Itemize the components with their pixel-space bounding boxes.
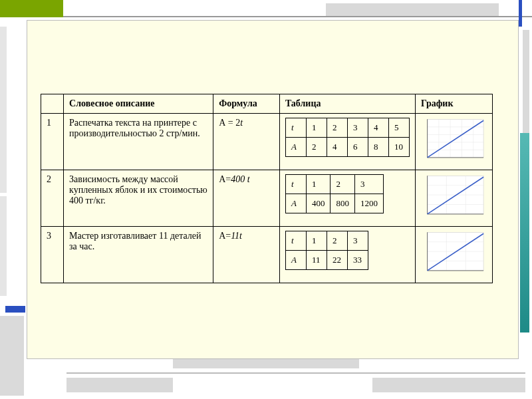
left-strip-1 (0, 27, 7, 193)
vert-teal (520, 133, 529, 332)
inner-table-2: t 1 2 3 A 400 800 1200 (285, 174, 384, 213)
left-blue-tick (5, 306, 25, 313)
header-formula: Формула (213, 94, 280, 114)
bottom-bar-2 (66, 378, 173, 392)
line-chart-icon (421, 118, 485, 163)
row-formula: А = 2t (213, 114, 280, 170)
row-desc: Распечатка текста на принтере с производ… (64, 114, 213, 170)
row-desc: Зависимость между массой купленных яблок… (64, 170, 213, 227)
header-num (41, 94, 64, 114)
table-row: 3 Мастер изготавливает 11 деталей за час… (41, 227, 493, 283)
top-line (63, 16, 532, 17)
vert-gray-right (523, 30, 529, 143)
slide-body: Словесное описание Формула Таблица Графи… (27, 20, 519, 359)
vert-blue (519, 0, 522, 27)
row-inner-table: t 1 2 3 A 11 22 33 (279, 227, 415, 283)
line-chart-icon (421, 174, 485, 219)
slide-stage: Словесное описание Формула Таблица Графи… (0, 0, 532, 399)
bottom-bar-3 (372, 378, 525, 392)
row-graph (415, 114, 492, 170)
row-graph (415, 170, 492, 227)
table-row: 2 Зависимость между массой купленных ябл… (41, 170, 493, 227)
row-formula: А=11t (213, 227, 280, 283)
row-num: 1 (41, 114, 64, 170)
header-desc: Словесное описание (64, 94, 213, 114)
left-strip-navy (0, 196, 7, 296)
row-graph (415, 227, 492, 283)
header-graph: График (415, 94, 492, 114)
row-inner-table: t 1 2 3 4 5 A 2 4 6 8 (279, 114, 415, 170)
topbar-green (0, 0, 63, 17)
row-num: 2 (41, 170, 64, 227)
row-desc: Мастер изготавливает 11 деталей за час. (64, 227, 213, 283)
left-strip-2 (0, 316, 24, 396)
inner-table-1: t 1 2 3 4 5 A 2 4 6 8 (285, 118, 410, 157)
main-table: Словесное описание Формула Таблица Графи… (41, 94, 493, 283)
header-table: Таблица (279, 94, 415, 114)
row-formula: А=400 t (213, 170, 280, 227)
inner-table-3: t 1 2 3 A 11 22 33 (285, 231, 368, 270)
topbar-right (326, 3, 499, 17)
bottom-bar-1 (173, 359, 359, 368)
line-chart-icon (421, 231, 485, 276)
bottom-line (66, 372, 525, 374)
row-num: 3 (41, 227, 64, 283)
header-row: Словесное описание Формула Таблица Графи… (41, 94, 493, 114)
table-row: 1 Распечатка текста на принтере с произв… (41, 114, 493, 170)
row-inner-table: t 1 2 3 A 400 800 1200 (279, 170, 415, 227)
